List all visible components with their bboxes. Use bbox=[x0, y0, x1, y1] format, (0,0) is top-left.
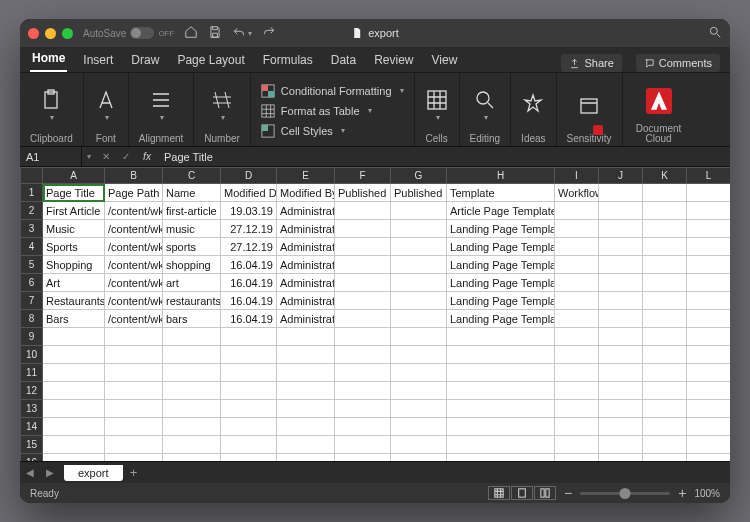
cell[interactable]: Sports bbox=[43, 238, 105, 256]
col-header-B[interactable]: B bbox=[105, 168, 163, 184]
cell-styles-button[interactable]: Cell Styles▾ bbox=[261, 121, 345, 141]
enter-formula-button[interactable]: ✓ bbox=[116, 151, 136, 162]
cell[interactable] bbox=[447, 454, 555, 462]
cell[interactable] bbox=[221, 400, 277, 418]
row-header[interactable]: 10 bbox=[21, 346, 43, 364]
cell[interactable] bbox=[221, 436, 277, 454]
paste-button[interactable]: ▾ bbox=[39, 77, 63, 133]
cell[interactable] bbox=[391, 256, 447, 274]
cell[interactable]: Art bbox=[43, 274, 105, 292]
comments-button[interactable]: Comments bbox=[636, 54, 720, 72]
close-icon[interactable] bbox=[28, 28, 39, 39]
cell[interactable] bbox=[391, 220, 447, 238]
cell[interactable] bbox=[163, 328, 221, 346]
row-header[interactable]: 3 bbox=[21, 220, 43, 238]
name-box-dropdown[interactable]: ▾ bbox=[82, 152, 96, 161]
cell[interactable] bbox=[447, 328, 555, 346]
cell[interactable]: 27.12.19 bbox=[221, 220, 277, 238]
fx-button[interactable]: fx bbox=[136, 151, 158, 162]
cell[interactable] bbox=[105, 382, 163, 400]
view-normal-button[interactable] bbox=[488, 486, 510, 500]
tab-insert[interactable]: Insert bbox=[81, 49, 115, 72]
cell[interactable] bbox=[687, 310, 731, 328]
cell[interactable] bbox=[335, 238, 391, 256]
cell[interactable] bbox=[599, 292, 643, 310]
sheet-nav-next[interactable]: ▶ bbox=[40, 467, 60, 478]
cell[interactable] bbox=[391, 400, 447, 418]
cell[interactable] bbox=[643, 364, 687, 382]
cell[interactable] bbox=[335, 346, 391, 364]
maximize-icon[interactable] bbox=[62, 28, 73, 39]
cell[interactable] bbox=[687, 328, 731, 346]
cell[interactable] bbox=[643, 274, 687, 292]
cell[interactable] bbox=[277, 436, 335, 454]
cell[interactable]: first-article bbox=[163, 202, 221, 220]
row-header[interactable]: 16 bbox=[21, 454, 43, 462]
cell[interactable]: 16.04.19 bbox=[221, 256, 277, 274]
cell[interactable]: Bars bbox=[43, 310, 105, 328]
home-icon[interactable] bbox=[184, 25, 198, 41]
tab-home[interactable]: Home bbox=[30, 47, 67, 72]
cell[interactable] bbox=[163, 436, 221, 454]
cell[interactable] bbox=[687, 346, 731, 364]
search-icon[interactable] bbox=[708, 25, 722, 41]
cell[interactable]: sports bbox=[163, 238, 221, 256]
font-button[interactable]: ▾ bbox=[94, 77, 118, 133]
cell[interactable] bbox=[335, 454, 391, 462]
cell[interactable] bbox=[555, 418, 599, 436]
cell[interactable]: Administrator bbox=[277, 256, 335, 274]
row-header[interactable]: 8 bbox=[21, 310, 43, 328]
cell[interactable] bbox=[221, 364, 277, 382]
cell[interactable]: Administrator bbox=[277, 220, 335, 238]
cell[interactable] bbox=[643, 292, 687, 310]
cell[interactable] bbox=[163, 382, 221, 400]
cell[interactable] bbox=[555, 292, 599, 310]
number-button[interactable]: ▾ bbox=[210, 77, 234, 133]
cell[interactable] bbox=[555, 310, 599, 328]
cell[interactable] bbox=[687, 184, 731, 202]
cell[interactable] bbox=[447, 364, 555, 382]
cell[interactable] bbox=[335, 364, 391, 382]
cell[interactable]: Landing Page Template bbox=[447, 274, 555, 292]
cell[interactable] bbox=[447, 436, 555, 454]
cell[interactable]: 27.12.19 bbox=[221, 238, 277, 256]
cell[interactable] bbox=[335, 274, 391, 292]
cell[interactable] bbox=[687, 454, 731, 462]
cell[interactable] bbox=[599, 274, 643, 292]
cell[interactable] bbox=[277, 418, 335, 436]
col-header-A[interactable]: A bbox=[43, 168, 105, 184]
tab-draw[interactable]: Draw bbox=[129, 49, 161, 72]
cell[interactable] bbox=[643, 328, 687, 346]
cell[interactable]: Modified Date bbox=[221, 184, 277, 202]
cell[interactable]: /content/wk bbox=[105, 202, 163, 220]
cell[interactable] bbox=[105, 346, 163, 364]
cell[interactable] bbox=[335, 418, 391, 436]
tab-formulas[interactable]: Formulas bbox=[261, 49, 315, 72]
cell[interactable] bbox=[277, 364, 335, 382]
cell[interactable]: shopping bbox=[163, 256, 221, 274]
spreadsheet-grid[interactable]: ABCDEFGHIJKLM 1Page TitlePage PathNameMo… bbox=[20, 167, 730, 461]
cell[interactable] bbox=[555, 238, 599, 256]
cell[interactable] bbox=[221, 328, 277, 346]
cell[interactable] bbox=[643, 256, 687, 274]
cell[interactable] bbox=[447, 418, 555, 436]
cell[interactable] bbox=[277, 454, 335, 462]
cell[interactable] bbox=[221, 418, 277, 436]
cell[interactable]: /content/wk bbox=[105, 292, 163, 310]
cell[interactable]: Name bbox=[163, 184, 221, 202]
cell[interactable] bbox=[43, 418, 105, 436]
cell[interactable] bbox=[599, 382, 643, 400]
cell[interactable] bbox=[105, 364, 163, 382]
cell[interactable]: Administrator bbox=[277, 202, 335, 220]
cell[interactable] bbox=[43, 454, 105, 462]
cell[interactable] bbox=[643, 454, 687, 462]
cell[interactable]: 16.04.19 bbox=[221, 310, 277, 328]
zoom-in-button[interactable]: + bbox=[678, 485, 686, 501]
alignment-button[interactable]: ▾ bbox=[149, 77, 173, 133]
view-page-layout-button[interactable] bbox=[511, 486, 533, 500]
cell[interactable] bbox=[391, 364, 447, 382]
format-as-table-button[interactable]: Format as Table▾ bbox=[261, 101, 372, 121]
col-header-H[interactable]: H bbox=[447, 168, 555, 184]
cell[interactable] bbox=[163, 364, 221, 382]
row-header[interactable]: 9 bbox=[21, 328, 43, 346]
